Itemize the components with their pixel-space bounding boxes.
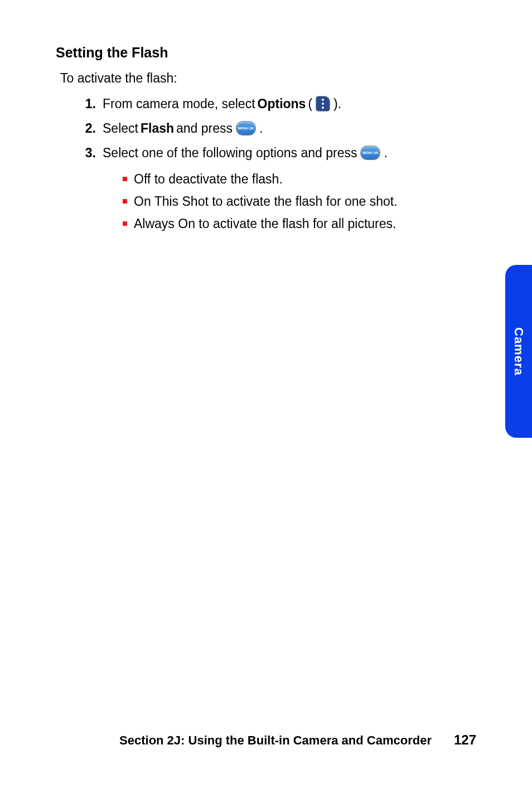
bullet-options: Off to deactivate the flash. On This Sho… xyxy=(123,168,476,234)
side-tab-label: Camera xyxy=(511,327,526,376)
step-2: 2. Select Flash and press MENU OK . xyxy=(74,119,476,137)
page-content: Setting the Flash To activate the flash:… xyxy=(0,0,532,234)
step-prefix: Select xyxy=(103,119,138,137)
step-prefix: Select one of the following options and … xyxy=(103,144,357,162)
step-3: 3. Select one of the following options a… xyxy=(74,144,476,162)
step-text: Select one of the following options and … xyxy=(103,144,476,162)
bullet-square-icon xyxy=(123,177,127,181)
menu-ok-button-icon: MENU OK xyxy=(236,121,256,136)
bullet-item: On This Shot to activate the flash for o… xyxy=(123,191,476,212)
menu-ok-button-icon: MENU OK xyxy=(360,146,380,160)
step-suffix: . xyxy=(259,119,263,137)
options-menu-icon xyxy=(316,96,330,112)
bullet-rest: to activate the flash for all pictures. xyxy=(195,216,396,231)
bullet-text: Off to deactivate the flash. xyxy=(134,168,283,190)
page-footer: Section 2J: Using the Built-in Camera an… xyxy=(119,732,476,748)
bullet-square-icon xyxy=(123,199,127,204)
footer-page-number: 127 xyxy=(454,732,476,748)
step-text: From camera mode, select Options ( ). xyxy=(103,95,476,113)
open-paren: ( xyxy=(308,95,312,113)
intro-text: To activate the flash: xyxy=(60,71,476,86)
bullet-item: Always On to activate the flash for all … xyxy=(123,213,476,234)
step-suffix: . xyxy=(384,144,387,162)
step-text: Select Flash and press MENU OK . xyxy=(103,119,476,137)
bullet-bold: Always On xyxy=(134,216,195,231)
bullet-text: Always On to activate the flash for all … xyxy=(134,213,396,234)
chapter-side-tab: Camera xyxy=(505,265,532,438)
bullet-text: On This Shot to activate the flash for o… xyxy=(134,191,398,212)
step-bold: Flash xyxy=(141,119,174,137)
step-number: 3. xyxy=(74,144,96,162)
bullet-bold: Off xyxy=(134,172,151,186)
step-mid: and press xyxy=(176,119,233,137)
bullet-rest: to deactivate the flash. xyxy=(151,172,283,186)
close-paren: ). xyxy=(333,95,341,113)
bullet-rest: to activate the flash for one shot. xyxy=(209,194,398,209)
step-number: 1. xyxy=(74,95,96,113)
bullet-square-icon xyxy=(123,221,127,226)
step-number: 2. xyxy=(74,119,96,137)
footer-section-title: Section 2J: Using the Built-in Camera an… xyxy=(119,733,432,748)
numbered-steps: 1. From camera mode, select Options ( ).… xyxy=(74,95,476,162)
bullet-bold: On This Shot xyxy=(134,194,209,209)
step-prefix: From camera mode, select xyxy=(103,95,255,113)
section-heading: Setting the Flash xyxy=(56,45,476,61)
step-bold: Options xyxy=(258,95,306,113)
bullet-item: Off to deactivate the flash. xyxy=(123,168,476,190)
step-1: 1. From camera mode, select Options ( ). xyxy=(74,95,476,113)
